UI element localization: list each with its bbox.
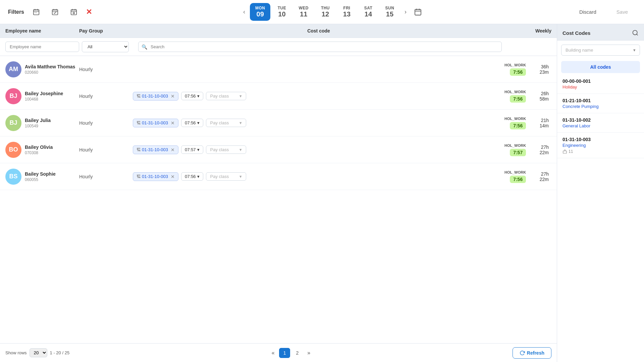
- day-pill-mon[interactable]: MON09: [250, 3, 271, 21]
- pay-class-dropdown-emp-bailey-julia[interactable]: Pay class ▾: [206, 119, 246, 127]
- time-dropdown-emp-bailey-olivia[interactable]: 07:57 ▾: [181, 145, 203, 154]
- weekly-hol-wrap-emp-bailey-sophie: HOL_WORK 7:56 27h 22m: [504, 170, 551, 183]
- time-dropdown-emp-bailey-josephine[interactable]: 07:56 ▾: [181, 92, 203, 100]
- avatar-emp-bailey-olivia: BO: [5, 142, 21, 158]
- day-nav: ‹ MON09TUE10WED11THU12FRI13SAT14SUN15 ›: [240, 3, 425, 21]
- top-bar-right: Discard Save: [573, 6, 636, 17]
- remove-tag-emp-bailey-olivia[interactable]: ✕: [171, 147, 175, 153]
- day-pill-fri[interactable]: FRI13: [337, 3, 357, 21]
- pay-group-emp-bailey-sophie: Hourly: [79, 174, 133, 179]
- search-inner-icon: 🔍: [142, 44, 147, 50]
- cost-code-item-code-31-002[interactable]: 01-31-10-002 General Labor: [557, 113, 644, 133]
- cost-code-item-code-00-001[interactable]: 00-00-00-001 Holiday: [557, 74, 644, 94]
- emp-info-emp-bailey-olivia: BO Bailey Olivia 070308: [5, 142, 79, 158]
- svg-rect-19: [563, 151, 567, 153]
- first-page-button[interactable]: «: [269, 348, 278, 358]
- page-2-button[interactable]: 2: [291, 348, 303, 358]
- discard-button[interactable]: Discard: [573, 6, 603, 17]
- weekly-emp-bailey-olivia: 27h 22m: [531, 144, 551, 155]
- pay-class-dropdown-emp-bailey-olivia[interactable]: Pay class ▾: [206, 145, 246, 154]
- calendar-check-icon-btn[interactable]: [48, 5, 62, 19]
- remove-tag-emp-bailey-sophie[interactable]: ✕: [171, 174, 175, 179]
- rows-per-page-select[interactable]: 102050: [30, 348, 47, 357]
- building-name-select[interactable]: Building name ▾: [561, 45, 640, 56]
- day-num-wed: 11: [300, 10, 307, 18]
- pay-class-dropdown-emp-bailey-sophie[interactable]: Pay class ▾: [206, 172, 246, 181]
- day-name-tue: TUE: [278, 6, 286, 10]
- employee-rows: AM Avila Matthew Thomas 020660 Hourly HO…: [0, 56, 557, 343]
- next-week-button[interactable]: ›: [401, 6, 410, 17]
- prev-week-button[interactable]: ‹: [240, 6, 249, 17]
- hol-work-cell-emp-avila: HOL_WORK 7:56: [504, 63, 526, 76]
- refresh-label: Refresh: [527, 350, 544, 356]
- time-dropdown-emp-bailey-sophie[interactable]: 07:56 ▾: [181, 172, 203, 181]
- cost-code-name-code-31-003: Engineering: [562, 143, 639, 148]
- remove-tag-emp-bailey-josephine[interactable]: ✕: [171, 94, 175, 99]
- refresh-button[interactable]: Refresh: [513, 347, 551, 359]
- time-badge-emp-bailey-olivia: 7:57: [510, 149, 526, 156]
- day-pill-sun[interactable]: SUN15: [380, 3, 400, 21]
- last-page-button[interactable]: »: [304, 348, 313, 358]
- day-num-thu: 12: [322, 10, 329, 18]
- cost-code-cell-emp-bailey-josephine: 🏗 01-31-10-003 ✕ 07:56 ▾ Pay class ▾: [133, 92, 504, 101]
- hol-badge-emp-bailey-sophie: HOL_WORK: [504, 170, 526, 174]
- page-1-button[interactable]: 1: [279, 348, 290, 358]
- time-dropdown-emp-bailey-julia[interactable]: 07:56 ▾: [181, 119, 203, 127]
- pay-group-emp-avila: Hourly: [79, 67, 133, 72]
- cost-code-item-code-31-003[interactable]: 01-31-10-003 Engineering 11: [557, 133, 644, 158]
- svg-rect-13: [415, 9, 421, 15]
- save-button[interactable]: Save: [608, 6, 636, 17]
- time-chevron-icon: ▾: [197, 147, 200, 152]
- cost-code-name-code-00-001: Holiday: [562, 84, 639, 89]
- rows-select-wrapper: Show rows 102050 1 - 20 / 25: [5, 348, 69, 357]
- weekly-hol-wrap-emp-bailey-josephine: HOL_WORK 7:56 26h 58m: [504, 90, 551, 103]
- pag-controls: « 1 2 »: [269, 348, 313, 358]
- pay-group-emp-bailey-olivia: Hourly: [79, 147, 133, 153]
- calendar-picker-button[interactable]: [411, 5, 425, 19]
- hol-badge-emp-bailey-julia: HOL_WORK: [504, 117, 526, 121]
- cost-code-item-code-21-001[interactable]: 01-21-10-001 Concrete Pumping: [557, 94, 644, 113]
- cost-codes-search-icon[interactable]: [632, 29, 639, 36]
- weekly-hol-wrap-emp-bailey-olivia: HOL_WORK 7:57 27h 22m: [504, 143, 551, 156]
- avatar-emp-bailey-julia: BJ: [5, 115, 21, 131]
- close-icon[interactable]: ✕: [86, 8, 92, 16]
- time-chevron-icon: ▾: [197, 174, 200, 179]
- employee-name-filter[interactable]: [5, 42, 79, 52]
- filter-row: AllHourlySalary 🔍: [0, 38, 557, 56]
- calendar-settings-icon: [70, 8, 77, 16]
- cost-code-tag-emp-bailey-julia: 🏗 01-31-10-003 ✕: [133, 119, 178, 127]
- schedule-icon-btn[interactable]: [30, 5, 43, 19]
- calendar-settings-icon-btn[interactable]: [67, 5, 80, 19]
- all-codes-button[interactable]: All codes: [561, 61, 640, 73]
- pay-group-filter[interactable]: AllHourlySalary: [82, 41, 129, 52]
- remove-tag-emp-bailey-julia[interactable]: ✕: [171, 120, 175, 126]
- emp-name-emp-bailey-josephine: Bailey Josephine: [25, 90, 63, 97]
- svg-rect-4: [52, 9, 58, 15]
- day-num-tue: 10: [278, 10, 285, 18]
- pay-class-label-emp-bailey-julia: Pay class: [210, 120, 229, 125]
- cost-code-num-code-00-001: 00-00-00-001: [562, 78, 639, 84]
- cost-code-value-emp-bailey-julia: 01-31-10-003: [142, 120, 168, 125]
- hol-work-cell-emp-bailey-josephine: HOL_WORK 7:56: [504, 90, 526, 103]
- day-pill-thu[interactable]: THU12: [315, 3, 335, 21]
- hol-badge-emp-avila: HOL_WORK: [504, 63, 526, 67]
- main-layout: Employee name Pay Group Cost code Weekly…: [0, 24, 644, 362]
- time-value-emp-bailey-julia: 07:56: [185, 120, 196, 125]
- table-row-emp-bailey-josephine: BJ Bailey Josephine 100468 Hourly 🏗 01-3…: [0, 83, 557, 110]
- day-num-mon: 09: [257, 10, 264, 18]
- cost-code-search[interactable]: [138, 42, 502, 52]
- day-pill-tue[interactable]: TUE10: [272, 3, 292, 21]
- day-pill-sat[interactable]: SAT14: [358, 3, 378, 21]
- cost-code-num-code-31-002: 01-31-10-002: [562, 117, 639, 123]
- weekly-hol-wrap-emp-bailey-julia: HOL_WORK 7:56 21h 14m: [504, 117, 551, 129]
- building-tag-icon: 🏗: [137, 121, 141, 125]
- pay-class-dropdown-emp-bailey-josephine[interactable]: Pay class ▾: [206, 92, 246, 100]
- table-header: Employee name Pay Group Cost code Weekly: [0, 24, 557, 38]
- emp-info-emp-bailey-josephine: BJ Bailey Josephine 100468: [5, 88, 79, 104]
- day-pill-wed[interactable]: WED11: [293, 3, 314, 21]
- avatar-emp-bailey-sophie: BS: [5, 169, 21, 185]
- time-chevron-icon: ▾: [197, 94, 200, 99]
- avatar-emp-avila: AM: [5, 61, 21, 77]
- day-name-mon: MON: [255, 6, 265, 10]
- cost-code-value-emp-bailey-sophie: 01-31-10-003: [142, 174, 168, 179]
